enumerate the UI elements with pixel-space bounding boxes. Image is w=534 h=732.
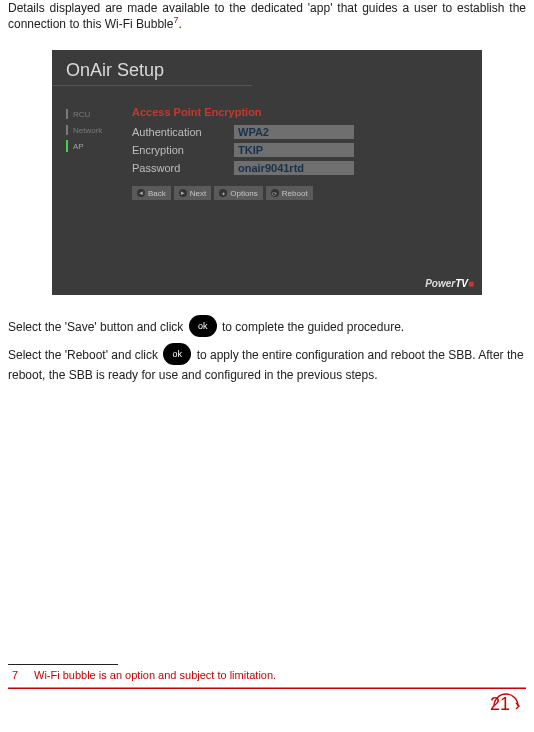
sidebar-item-network[interactable]: Network [66,122,132,138]
page-number-badge: 21 [484,694,520,722]
back-button[interactable]: ◄Back [132,186,171,200]
ok-button-icon: ok [189,315,217,337]
button-row: ◄Back ►Next ✦Options ⟳Reboot [132,186,482,200]
instruction-save: Select the 'Save' button and click ok to… [8,317,526,339]
reboot-icon: ⟳ [271,189,279,197]
options-button[interactable]: ✦Options [214,186,263,200]
label-encryption: Encryption [132,144,222,156]
screenshot-sidebar: RCU Network AP [52,106,132,200]
intro-text-b: . [178,17,181,31]
footnote-number: 7 [12,669,34,681]
section-heading: Access Point Encryption [132,106,482,118]
sidebar-item-ap[interactable]: AP [66,138,132,154]
value-authentication[interactable]: WPA2 [234,125,354,139]
onair-setup-screenshot: OnAir Setup RCU Network AP Access Point … [52,50,482,295]
screenshot-title: OnAir Setup [52,50,252,86]
label-authentication: Authentication [132,126,222,138]
ok-button-icon: ok [163,343,191,365]
value-password[interactable]: onair9041rtd [234,161,354,175]
page-bottom-rule [8,687,526,689]
right-arrow-icon: ► [179,189,187,197]
next-button[interactable]: ►Next [174,186,211,200]
row-authentication: Authentication WPA2 [132,124,482,140]
label-password: Password [132,162,222,174]
intro-text-a: Details displayed are made available to … [8,1,526,31]
left-arrow-icon: ◄ [137,189,145,197]
row-password: Password onair9041rtd [132,160,482,176]
sidebar-item-rcu[interactable]: RCU [66,106,132,122]
reboot-button[interactable]: ⟳Reboot [266,186,313,200]
value-encryption[interactable]: TKIP [234,143,354,157]
instruction-reboot: Select the 'Reboot' and click ok to appl… [8,345,526,384]
row-encryption: Encryption TKIP [132,142,482,158]
footnote-text: Wi-Fi bubble is an option and subject to… [34,669,276,681]
powertv-logo: PowerTV■ [425,278,474,289]
footnote-7: 7Wi-Fi bubble is an option and subject t… [8,665,526,685]
options-icon: ✦ [219,189,227,197]
page-arc-icon [492,692,520,720]
intro-paragraph: Details displayed are made available to … [8,0,526,32]
